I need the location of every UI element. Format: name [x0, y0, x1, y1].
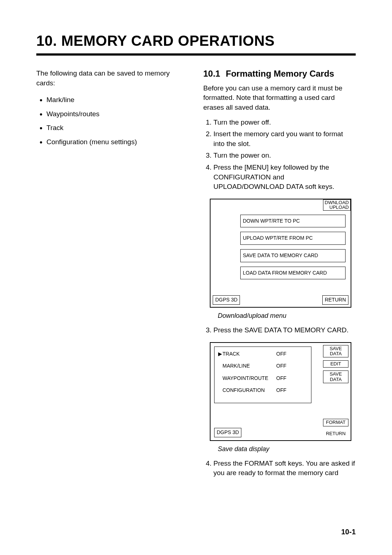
- section-para: Before you can use a memory card it must…: [203, 84, 356, 113]
- save-row-track: ▶TRACK OFF: [218, 351, 307, 358]
- list-item: Track: [46, 123, 181, 133]
- softkey-line2: DATA: [330, 351, 342, 356]
- softkey-format[interactable]: FORMAT: [323, 419, 348, 426]
- section-name: Formatting Memory Cards: [226, 69, 356, 79]
- option-load-data[interactable]: LOAD DATA FROM MEMORY CARD: [240, 267, 346, 280]
- horizontal-rule: [36, 53, 356, 56]
- row-value: OFF: [276, 362, 286, 370]
- row-value: OFF: [276, 375, 286, 382]
- option-save-data[interactable]: SAVE DATA TO MEMORY CARD: [240, 249, 346, 262]
- dgps-status: DGPS 3D: [213, 295, 240, 305]
- list-item: Mark/line: [46, 95, 181, 105]
- option-down-wpt[interactable]: DOWN WPT/RTE TO PC: [240, 215, 346, 228]
- softkey-line1: SAVE: [330, 346, 342, 351]
- list-item: Waypoints/routes: [46, 109, 181, 119]
- save-data-panel: ▶TRACK OFF MARK/LINE OFF WAYPOINT/ROUTE …: [214, 347, 311, 403]
- step-item: Press the SAVE DATA TO MEMORY CARD.: [213, 325, 356, 335]
- step-item: Press the FORMAT soft keys. You are aske…: [213, 459, 356, 478]
- softkey-line2: DATA: [330, 377, 342, 382]
- row-value: OFF: [276, 387, 286, 394]
- return-softkey[interactable]: RETURN: [322, 295, 348, 305]
- save-row-waypoint: WAYPOINT/ROUTE OFF: [218, 375, 307, 382]
- steps-list-b: Press the SAVE DATA TO MEMORY CARD.: [203, 325, 356, 335]
- figure2-caption: Save data display: [218, 445, 356, 454]
- step-item: Turn the power on.: [213, 151, 356, 161]
- save-data-display-figure: ▶TRACK OFF MARK/LINE OFF WAYPOINT/ROUTE …: [210, 342, 351, 441]
- chapter-title: 10. MEMORY CARD OPERATIONS: [36, 33, 356, 49]
- row-key: WAYPOINT/ROUTE: [222, 375, 276, 382]
- row-key: MARK/LINE: [222, 362, 276, 370]
- right-column: 10.1 Formatting Memory Cards Before you …: [203, 69, 356, 485]
- section-heading: 10.1 Formatting Memory Cards: [203, 69, 356, 79]
- step-item: Turn the power off.: [213, 118, 356, 127]
- figure1-caption: Download/upload menu: [218, 311, 356, 320]
- dgps-status: DGPS 3D: [214, 428, 241, 437]
- save-row-config: CONFIGURATION OFF: [218, 387, 307, 394]
- menu-tab-label: DWNLOAD UPLOAD: [323, 199, 351, 211]
- step-item: Insert the memory card you want to forma…: [213, 129, 356, 149]
- step-item: Press the [MENU] key followed by the CON…: [213, 163, 356, 192]
- download-upload-menu-figure: DWNLOAD UPLOAD DOWN WPT/RTE TO PC UPLOAD…: [210, 199, 351, 308]
- row-value: OFF: [276, 351, 286, 358]
- row-key: CONFIGURATION: [222, 387, 276, 394]
- row-key: TRACK: [222, 351, 240, 357]
- steps-list-c: Press the FORMAT soft keys. You are aske…: [203, 459, 356, 478]
- saveable-list: Mark/line Waypoints/routes Track Configu…: [36, 95, 181, 147]
- softkey-return[interactable]: RETURN: [323, 430, 348, 437]
- softkey-line1: SAVE: [330, 371, 342, 377]
- softkey-edit[interactable]: EDIT: [323, 360, 348, 368]
- softkey-save-data-header: SAVE DATA: [323, 345, 348, 358]
- left-column: The following data can be saved to memor…: [36, 69, 181, 485]
- intro-text: The following data can be saved to memor…: [36, 69, 181, 88]
- option-upload-wpt[interactable]: UPLOAD WPT/RTE FROM PC: [240, 232, 346, 245]
- section-number: 10.1: [203, 69, 226, 79]
- page-number: 10-1: [341, 528, 356, 536]
- softkey-save-data[interactable]: SAVE DATA: [323, 370, 348, 383]
- softkey-line1: EDIT: [330, 361, 341, 366]
- steps-list-a: Turn the power off. Insert the memory ca…: [203, 118, 356, 192]
- save-row-markline: MARK/LINE OFF: [218, 362, 307, 370]
- list-item: Configuration (menu settings): [46, 137, 181, 147]
- caret-icon: ▶: [218, 351, 222, 358]
- tab-line2: UPLOAD: [330, 204, 349, 210]
